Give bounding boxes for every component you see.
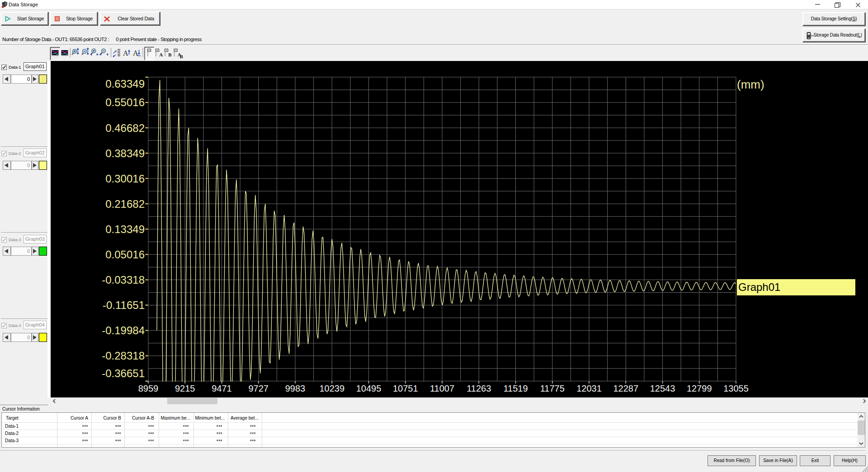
svg-text:-0.03318: -0.03318 bbox=[102, 274, 145, 286]
svg-text:12031: 12031 bbox=[576, 383, 602, 393]
svg-text:11775: 11775 bbox=[540, 383, 565, 393]
svg-text:12543: 12543 bbox=[650, 383, 675, 393]
svg-text:8959: 8959 bbox=[138, 383, 159, 393]
svg-text:0.21682: 0.21682 bbox=[105, 198, 145, 210]
svg-text:(mm): (mm) bbox=[737, 78, 764, 91]
svg-text:0.63349: 0.63349 bbox=[105, 78, 145, 90]
svg-text:0.55016: 0.55016 bbox=[105, 96, 145, 108]
svg-text:11007: 11007 bbox=[430, 383, 454, 393]
svg-text:9727: 9727 bbox=[249, 383, 269, 393]
svg-text:9215: 9215 bbox=[175, 383, 195, 393]
svg-text:10495: 10495 bbox=[356, 383, 382, 393]
svg-text:-0.28318: -0.28318 bbox=[102, 350, 145, 362]
svg-text:B: B bbox=[180, 54, 184, 59]
svg-text:0.30016: 0.30016 bbox=[105, 173, 145, 185]
svg-text:13055: 13055 bbox=[723, 383, 749, 393]
svg-text:-0.36651: -0.36651 bbox=[102, 367, 145, 379]
svg-text:A: A bbox=[123, 49, 128, 57]
svg-text:A: A bbox=[159, 52, 163, 57]
svg-text:10751: 10751 bbox=[393, 383, 418, 393]
svg-text:0.13349: 0.13349 bbox=[105, 223, 145, 235]
svg-text:12799: 12799 bbox=[687, 383, 712, 393]
svg-text:0.46682: 0.46682 bbox=[105, 122, 145, 134]
svg-text:-0.11651: -0.11651 bbox=[103, 299, 145, 311]
svg-text:9471: 9471 bbox=[212, 383, 232, 393]
svg-text:0.38349: 0.38349 bbox=[105, 147, 145, 159]
svg-text:11519: 11519 bbox=[503, 383, 528, 393]
svg-text:0.05016: 0.05016 bbox=[105, 248, 145, 261]
svg-text:10239: 10239 bbox=[319, 383, 344, 393]
svg-text:-0.19984: -0.19984 bbox=[102, 324, 145, 336]
svg-text:12287: 12287 bbox=[613, 383, 638, 393]
svg-text:B: B bbox=[168, 52, 172, 57]
svg-text:11263: 11263 bbox=[467, 383, 491, 393]
svg-text:9983: 9983 bbox=[285, 383, 306, 393]
